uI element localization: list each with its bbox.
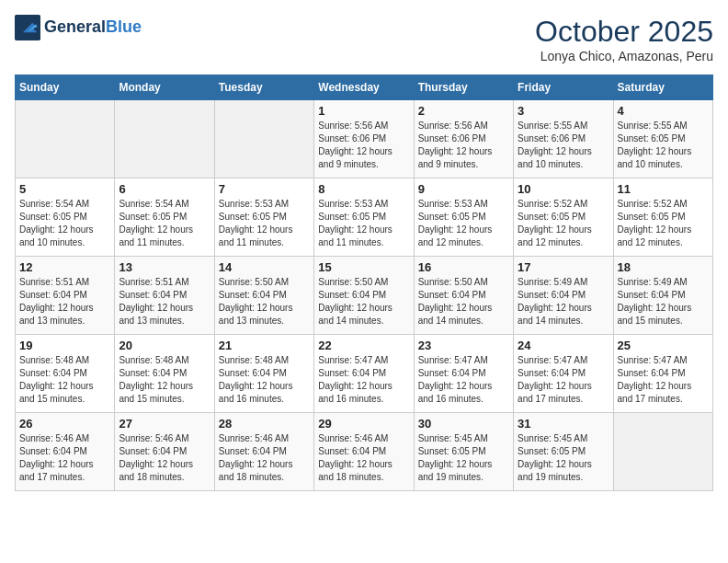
day-number: 11 — [618, 182, 709, 196]
day-number: 6 — [119, 182, 210, 196]
day-number: 21 — [219, 339, 310, 352]
day-number: 5 — [19, 182, 110, 196]
day-info: Sunrise: 5:56 AM Sunset: 6:06 PM Dayligh… — [318, 120, 409, 171]
day-info: Sunrise: 5:46 AM Sunset: 6:04 PM Dayligh… — [318, 432, 409, 484]
day-info: Sunrise: 5:47 AM Sunset: 6:04 PM Dayligh… — [518, 354, 609, 406]
weekday-header: Thursday — [414, 75, 513, 100]
calendar-cell: 31Sunrise: 5:45 AM Sunset: 6:05 PM Dayli… — [514, 413, 613, 491]
calendar-cell: 29Sunrise: 5:46 AM Sunset: 6:04 PM Dayli… — [314, 413, 414, 491]
calendar-cell: 5Sunrise: 5:54 AM Sunset: 6:05 PM Daylig… — [16, 178, 115, 257]
day-number: 28 — [219, 417, 310, 431]
day-info: Sunrise: 5:50 AM Sunset: 6:04 PM Dayligh… — [418, 276, 509, 327]
day-info: Sunrise: 5:45 AM Sunset: 6:05 PM Dayligh… — [418, 432, 509, 484]
calendar-cell — [214, 100, 313, 178]
day-info: Sunrise: 5:46 AM Sunset: 6:04 PM Dayligh… — [219, 432, 310, 484]
calendar-cell: 6Sunrise: 5:54 AM Sunset: 6:05 PM Daylig… — [115, 178, 214, 257]
calendar-week-row: 5Sunrise: 5:54 AM Sunset: 6:05 PM Daylig… — [16, 178, 713, 257]
calendar-cell: 20Sunrise: 5:48 AM Sunset: 6:04 PM Dayli… — [115, 335, 214, 413]
day-number: 15 — [318, 260, 409, 274]
calendar-cell: 4Sunrise: 5:55 AM Sunset: 6:05 PM Daylig… — [613, 100, 712, 178]
day-info: Sunrise: 5:53 AM Sunset: 6:05 PM Dayligh… — [418, 198, 509, 249]
calendar-cell: 3Sunrise: 5:55 AM Sunset: 6:06 PM Daylig… — [514, 100, 613, 178]
calendar-cell: 24Sunrise: 5:47 AM Sunset: 6:04 PM Dayli… — [514, 335, 613, 413]
calendar-cell: 15Sunrise: 5:50 AM Sunset: 6:04 PM Dayli… — [314, 257, 414, 335]
day-number: 29 — [318, 417, 409, 431]
logo-general: General — [44, 17, 106, 36]
page-header: GeneralBlue October 2025 Lonya Chico, Am… — [15, 15, 713, 63]
logo: GeneralBlue — [15, 15, 142, 40]
weekday-header: Sunday — [16, 75, 115, 100]
calendar-week-row: 19Sunrise: 5:48 AM Sunset: 6:04 PM Dayli… — [16, 335, 713, 413]
day-info: Sunrise: 5:48 AM Sunset: 6:04 PM Dayligh… — [19, 354, 110, 406]
day-info: Sunrise: 5:54 AM Sunset: 6:05 PM Dayligh… — [19, 198, 110, 249]
day-number: 2 — [418, 104, 509, 118]
day-info: Sunrise: 5:50 AM Sunset: 6:04 PM Dayligh… — [219, 276, 310, 327]
calendar-header-row: SundayMondayTuesdayWednesdayThursdayFrid… — [16, 75, 713, 100]
calendar-cell: 16Sunrise: 5:50 AM Sunset: 6:04 PM Dayli… — [414, 257, 513, 335]
calendar-cell: 17Sunrise: 5:49 AM Sunset: 6:04 PM Dayli… — [514, 257, 613, 335]
day-info: Sunrise: 5:47 AM Sunset: 6:04 PM Dayligh… — [318, 354, 409, 406]
calendar-cell: 25Sunrise: 5:47 AM Sunset: 6:04 PM Dayli… — [613, 335, 712, 413]
calendar-cell: 10Sunrise: 5:52 AM Sunset: 6:05 PM Dayli… — [514, 178, 613, 257]
weekday-header: Saturday — [613, 75, 712, 100]
day-number: 7 — [219, 182, 310, 196]
day-info: Sunrise: 5:46 AM Sunset: 6:04 PM Dayligh… — [19, 432, 110, 484]
day-number: 19 — [19, 339, 110, 352]
calendar-cell: 11Sunrise: 5:52 AM Sunset: 6:05 PM Dayli… — [613, 178, 712, 257]
day-info: Sunrise: 5:48 AM Sunset: 6:04 PM Dayligh… — [119, 354, 210, 406]
day-number: 31 — [518, 417, 609, 431]
day-number: 4 — [618, 104, 709, 118]
day-info: Sunrise: 5:47 AM Sunset: 6:04 PM Dayligh… — [618, 354, 709, 406]
day-number: 18 — [618, 260, 709, 274]
calendar-cell: 1Sunrise: 5:56 AM Sunset: 6:06 PM Daylig… — [314, 100, 414, 178]
day-number: 22 — [318, 339, 409, 352]
calendar-cell: 19Sunrise: 5:48 AM Sunset: 6:04 PM Dayli… — [16, 335, 115, 413]
day-number: 3 — [518, 104, 609, 118]
day-info: Sunrise: 5:53 AM Sunset: 6:05 PM Dayligh… — [318, 198, 409, 249]
calendar-cell: 22Sunrise: 5:47 AM Sunset: 6:04 PM Dayli… — [314, 335, 414, 413]
day-info: Sunrise: 5:51 AM Sunset: 6:04 PM Dayligh… — [119, 276, 210, 327]
weekday-header: Monday — [115, 75, 214, 100]
calendar-cell — [613, 413, 712, 491]
calendar-week-row: 1Sunrise: 5:56 AM Sunset: 6:06 PM Daylig… — [16, 100, 713, 178]
day-number: 30 — [418, 417, 509, 431]
day-number: 26 — [19, 417, 110, 431]
day-number: 9 — [418, 182, 509, 196]
calendar-cell: 12Sunrise: 5:51 AM Sunset: 6:04 PM Dayli… — [16, 257, 115, 335]
calendar-week-row: 26Sunrise: 5:46 AM Sunset: 6:04 PM Dayli… — [16, 413, 713, 491]
day-info: Sunrise: 5:51 AM Sunset: 6:04 PM Dayligh… — [19, 276, 110, 327]
day-number: 17 — [518, 260, 609, 274]
calendar-cell: 18Sunrise: 5:49 AM Sunset: 6:04 PM Dayli… — [613, 257, 712, 335]
day-number: 1 — [318, 104, 409, 118]
day-info: Sunrise: 5:53 AM Sunset: 6:05 PM Dayligh… — [219, 198, 310, 249]
day-number: 14 — [219, 260, 310, 274]
calendar-cell — [16, 100, 115, 178]
calendar-cell: 30Sunrise: 5:45 AM Sunset: 6:05 PM Dayli… — [414, 413, 513, 491]
calendar-cell: 28Sunrise: 5:46 AM Sunset: 6:04 PM Dayli… — [214, 413, 313, 491]
day-number: 13 — [119, 260, 210, 274]
weekday-header: Wednesday — [314, 75, 414, 100]
day-info: Sunrise: 5:46 AM Sunset: 6:04 PM Dayligh… — [119, 432, 210, 484]
day-info: Sunrise: 5:45 AM Sunset: 6:05 PM Dayligh… — [518, 432, 609, 484]
day-info: Sunrise: 5:49 AM Sunset: 6:04 PM Dayligh… — [618, 276, 709, 327]
location: Lonya Chico, Amazonas, Peru — [535, 49, 713, 63]
day-number: 8 — [318, 182, 409, 196]
day-info: Sunrise: 5:56 AM Sunset: 6:06 PM Dayligh… — [418, 120, 509, 171]
calendar-cell: 21Sunrise: 5:48 AM Sunset: 6:04 PM Dayli… — [214, 335, 313, 413]
calendar-cell: 13Sunrise: 5:51 AM Sunset: 6:04 PM Dayli… — [115, 257, 214, 335]
day-info: Sunrise: 5:55 AM Sunset: 6:06 PM Dayligh… — [518, 120, 609, 171]
calendar-body: 1Sunrise: 5:56 AM Sunset: 6:06 PM Daylig… — [16, 100, 713, 491]
day-info: Sunrise: 5:52 AM Sunset: 6:05 PM Dayligh… — [518, 198, 609, 249]
day-info: Sunrise: 5:55 AM Sunset: 6:05 PM Dayligh… — [618, 120, 709, 171]
calendar-week-row: 12Sunrise: 5:51 AM Sunset: 6:04 PM Dayli… — [16, 257, 713, 335]
month-title: October 2025 — [535, 15, 713, 49]
day-number: 12 — [19, 260, 110, 274]
day-info: Sunrise: 5:52 AM Sunset: 6:05 PM Dayligh… — [618, 198, 709, 249]
day-info: Sunrise: 5:47 AM Sunset: 6:04 PM Dayligh… — [418, 354, 509, 406]
calendar-cell: 27Sunrise: 5:46 AM Sunset: 6:04 PM Dayli… — [115, 413, 214, 491]
day-number: 24 — [518, 339, 609, 352]
title-block: October 2025 Lonya Chico, Amazonas, Peru — [535, 15, 713, 63]
day-number: 25 — [618, 339, 709, 352]
day-info: Sunrise: 5:49 AM Sunset: 6:04 PM Dayligh… — [518, 276, 609, 327]
day-number: 10 — [518, 182, 609, 196]
